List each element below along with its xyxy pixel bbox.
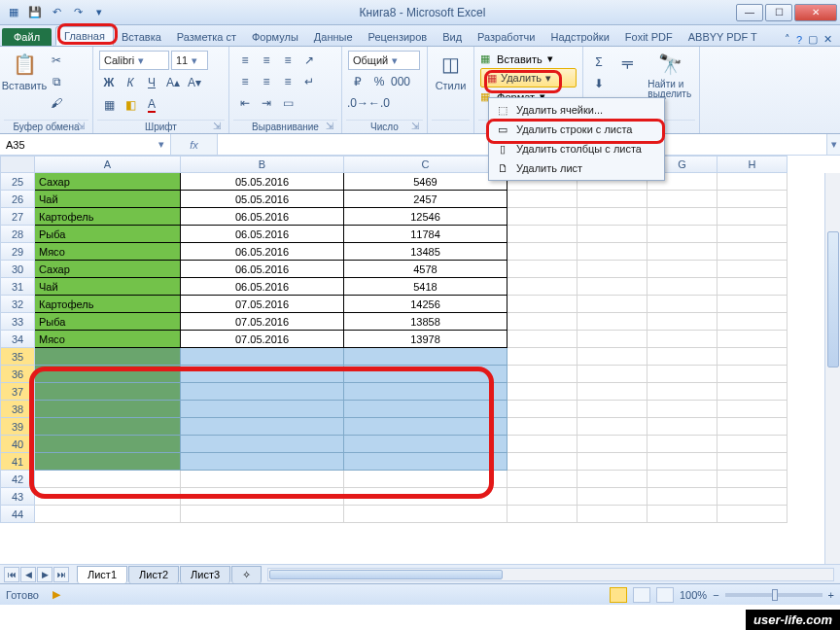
align-bottom-icon[interactable]: ≡ (278, 51, 298, 70)
cell-E35[interactable] (578, 348, 648, 366)
cell-A25[interactable]: Сахар (35, 173, 181, 191)
cell-D28[interactable] (508, 226, 578, 243)
cell-A29[interactable]: Мясо (35, 243, 181, 261)
paste-button[interactable]: 📋 Вставить (4, 49, 45, 120)
cell-E37[interactable] (578, 383, 648, 401)
cell-D34[interactable] (508, 331, 578, 348)
row-header-29[interactable]: 29 (0, 243, 35, 261)
cell-A39[interactable] (35, 418, 181, 436)
percent-icon[interactable]: % (369, 72, 389, 91)
cell-G43[interactable] (648, 488, 718, 506)
fill-color-icon[interactable]: ◧ (121, 95, 140, 115)
zoom-out-button[interactable]: − (713, 589, 718, 601)
cell-D36[interactable] (508, 366, 578, 383)
cell-G32[interactable] (648, 296, 718, 313)
font-color-icon[interactable]: A (142, 95, 161, 115)
ribbon-tab-5[interactable]: Рецензиров (361, 28, 436, 46)
cell-C28[interactable]: 11784 (344, 226, 508, 243)
decrease-font-icon[interactable]: A▾ (185, 73, 204, 92)
cell-H40[interactable] (718, 436, 788, 453)
cell-H31[interactable] (718, 278, 788, 296)
cell-D41[interactable] (508, 453, 578, 471)
cell-E27[interactable] (578, 208, 648, 226)
cell-H33[interactable] (718, 313, 788, 331)
cell-A38[interactable] (35, 401, 181, 418)
ribbon-tab-7[interactable]: Разработчи (470, 28, 542, 46)
cell-D33[interactable] (508, 313, 578, 331)
cell-C25[interactable]: 5469 (344, 173, 508, 191)
copy-icon[interactable]: ⧉ (47, 72, 66, 91)
normal-view-button[interactable] (610, 587, 627, 603)
delete-menu-item-1[interactable]: ▭Удалить строки с листа (491, 120, 662, 139)
row-header-42[interactable]: 42 (0, 471, 35, 488)
cell-C40[interactable] (344, 436, 508, 453)
print-icon[interactable]: ▾ (89, 3, 109, 22)
bold-button[interactable]: Ж (99, 73, 119, 92)
cell-D27[interactable] (508, 208, 578, 226)
next-sheet-button[interactable]: ▶ (37, 567, 52, 582)
cell-B37[interactable] (181, 383, 344, 401)
cell-H27[interactable] (718, 208, 788, 226)
cell-A35[interactable] (35, 348, 181, 366)
cell-B30[interactable]: 06.05.2016 (181, 261, 344, 278)
cell-G36[interactable] (648, 366, 718, 383)
vertical-scrollbar[interactable] (824, 173, 840, 564)
cell-G42[interactable] (648, 471, 718, 488)
format-painter-icon[interactable]: 🖌 (47, 93, 66, 113)
col-header-C[interactable]: C (344, 156, 508, 173)
cell-C37[interactable] (344, 383, 508, 401)
cell-A27[interactable]: Картофель (35, 208, 181, 226)
decrease-indent-icon[interactable]: ⇤ (235, 93, 255, 113)
align-top-icon[interactable]: ≡ (235, 51, 255, 70)
cell-A32[interactable]: Картофель (35, 296, 181, 313)
col-header-H[interactable]: H (718, 156, 788, 173)
row-header-26[interactable]: 26 (0, 191, 35, 208)
cell-A33[interactable]: Рыба (35, 313, 181, 331)
cell-C44[interactable] (344, 506, 508, 523)
cell-D26[interactable] (508, 191, 578, 208)
align-right-icon[interactable]: ≡ (278, 72, 298, 91)
cell-A31[interactable]: Чай (35, 278, 181, 296)
cell-A26[interactable]: Чай (35, 191, 181, 208)
cell-C38[interactable] (344, 401, 508, 418)
delete-menu-item-3[interactable]: 🗋Удалить лист (491, 158, 662, 178)
cell-A36[interactable] (35, 366, 181, 383)
italic-button[interactable]: К (121, 73, 140, 92)
styles-button[interactable]: ◫ Стили (432, 49, 470, 120)
sheet-tab-0[interactable]: Лист1 (77, 566, 127, 583)
cell-E40[interactable] (578, 436, 648, 453)
row-header-44[interactable]: 44 (0, 506, 35, 523)
align-center-icon[interactable]: ≡ (257, 72, 276, 91)
col-header-A[interactable]: A (35, 156, 181, 173)
font-name-combo[interactable]: Calibri▾ (99, 51, 169, 70)
row-header-25[interactable]: 25 (0, 173, 35, 191)
cell-E38[interactable] (578, 401, 648, 418)
cell-D32[interactable] (508, 296, 578, 313)
increase-indent-icon[interactable]: ⇥ (257, 93, 276, 113)
row-header-35[interactable]: 35 (0, 348, 35, 366)
cell-D38[interactable] (508, 401, 578, 418)
help-icon[interactable]: ? (796, 34, 802, 46)
cell-E29[interactable] (578, 243, 648, 261)
ribbon-tab-10[interactable]: ABBYY PDF T (681, 28, 765, 46)
cell-C34[interactable]: 13978 (344, 331, 508, 348)
cell-G30[interactable] (648, 261, 718, 278)
cell-A41[interactable] (35, 453, 181, 471)
cell-C39[interactable] (344, 418, 508, 436)
currency-icon[interactable]: ₽ (348, 72, 368, 91)
close-button[interactable]: ✕ (794, 4, 837, 21)
cell-H44[interactable] (718, 506, 788, 523)
cell-G40[interactable] (648, 436, 718, 453)
ribbon-tab-2[interactable]: Разметка ст (169, 28, 244, 46)
ribbon-tab-0[interactable]: Главная (55, 26, 114, 46)
cell-B26[interactable]: 05.05.2016 (181, 191, 344, 208)
cell-G26[interactable] (648, 191, 718, 208)
cell-H35[interactable] (718, 348, 788, 366)
cell-D35[interactable] (508, 348, 578, 366)
zoom-in-button[interactable]: + (828, 589, 834, 601)
cell-A42[interactable] (35, 471, 181, 488)
row-header-31[interactable]: 31 (0, 278, 35, 296)
dialog-launcher-icon[interactable]: ⇲ (324, 121, 335, 132)
cell-B29[interactable]: 06.05.2016 (181, 243, 344, 261)
minimize-button[interactable]: — (736, 4, 763, 21)
